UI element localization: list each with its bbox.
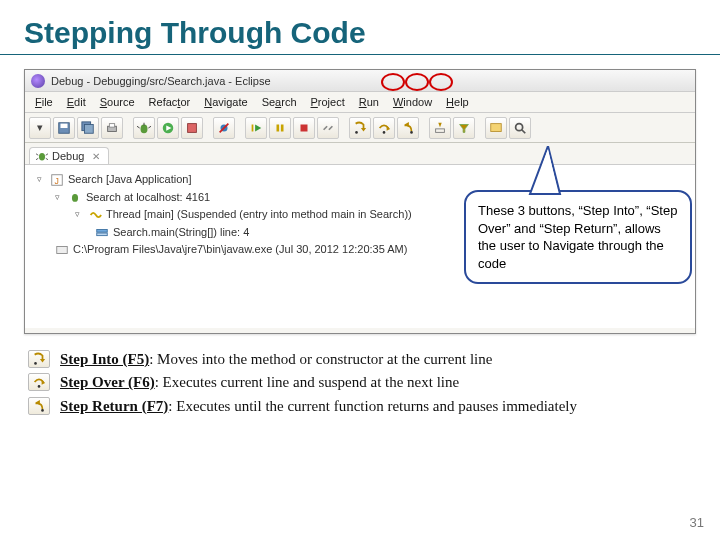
svg-rect-18 bbox=[281, 124, 284, 131]
svg-point-23 bbox=[383, 131, 386, 134]
process-icon bbox=[55, 243, 69, 257]
debug-button[interactable] bbox=[133, 117, 155, 139]
menu-search[interactable]: Search bbox=[256, 94, 303, 110]
skip-breakpoints-button[interactable] bbox=[213, 117, 235, 139]
menu-edit[interactable]: Edit bbox=[61, 94, 92, 110]
eclipse-icon bbox=[31, 74, 45, 88]
svg-point-6 bbox=[141, 124, 148, 133]
debug-tab[interactable]: Debug ✕ bbox=[29, 147, 109, 164]
svg-line-30 bbox=[522, 129, 526, 133]
svg-rect-12 bbox=[188, 123, 197, 132]
svg-rect-26 bbox=[436, 128, 445, 132]
view-tabs: Debug ✕ bbox=[25, 143, 695, 165]
svg-rect-28 bbox=[491, 123, 502, 131]
svg-rect-5 bbox=[109, 123, 114, 127]
menu-refactor[interactable]: Refactor bbox=[143, 94, 197, 110]
annotation-circle bbox=[429, 73, 453, 91]
terminate-button[interactable] bbox=[293, 117, 315, 139]
disconnect-button[interactable] bbox=[317, 117, 339, 139]
step-over-icon bbox=[28, 373, 50, 391]
legend: Step Into (F5): Moves into the method or… bbox=[28, 348, 692, 418]
svg-rect-15 bbox=[252, 124, 254, 131]
annotation-circle bbox=[381, 73, 405, 91]
menu-source[interactable]: Source bbox=[94, 94, 141, 110]
callout-bubble: These 3 buttons, “Step Into”, “Step Over… bbox=[464, 190, 692, 284]
run-button[interactable] bbox=[157, 117, 179, 139]
menubar[interactable]: File Edit Source Refactor Navigate Searc… bbox=[25, 92, 695, 113]
svg-line-9 bbox=[148, 126, 151, 128]
window-titlebar: Debug - Debugging/src/Search.java - Ecli… bbox=[25, 70, 695, 92]
svg-point-45 bbox=[34, 362, 37, 365]
svg-point-49 bbox=[41, 409, 44, 412]
suspend-button[interactable] bbox=[269, 117, 291, 139]
svg-point-25 bbox=[410, 131, 413, 134]
step-return-icon bbox=[28, 397, 50, 415]
java-app-icon: J bbox=[50, 173, 64, 187]
print-button[interactable] bbox=[101, 117, 123, 139]
step-return-button[interactable] bbox=[397, 117, 419, 139]
annotation-circle bbox=[405, 73, 429, 91]
new-button[interactable]: ▾ bbox=[29, 117, 51, 139]
save-button[interactable] bbox=[53, 117, 75, 139]
save-all-button[interactable] bbox=[77, 117, 99, 139]
svg-rect-3 bbox=[85, 124, 94, 133]
menu-file[interactable]: File bbox=[29, 94, 59, 110]
close-icon[interactable]: ✕ bbox=[92, 151, 100, 162]
svg-point-47 bbox=[38, 385, 41, 388]
legend-step-into: Step Into (F5): Moves into the method or… bbox=[28, 348, 692, 371]
page-title: Stepping Through Code bbox=[0, 0, 720, 55]
svg-rect-39 bbox=[97, 229, 108, 232]
svg-rect-19 bbox=[301, 124, 308, 131]
thread-icon bbox=[88, 208, 102, 222]
svg-line-33 bbox=[46, 154, 48, 156]
svg-marker-16 bbox=[255, 124, 261, 131]
svg-line-35 bbox=[46, 158, 48, 160]
resume-button[interactable] bbox=[245, 117, 267, 139]
toolbar: ▾ bbox=[25, 113, 695, 143]
stackframe-icon bbox=[95, 226, 109, 240]
svg-point-31 bbox=[39, 153, 45, 161]
svg-text:J: J bbox=[54, 175, 58, 185]
step-over-button[interactable] bbox=[373, 117, 395, 139]
legend-step-return: Step Return (F7): Executes until the cur… bbox=[28, 395, 692, 418]
step-filters-button[interactable] bbox=[453, 117, 475, 139]
search-button[interactable] bbox=[509, 117, 531, 139]
svg-marker-48 bbox=[36, 399, 40, 404]
svg-marker-20 bbox=[361, 128, 366, 132]
svg-rect-17 bbox=[277, 124, 280, 131]
page-number: 31 bbox=[690, 515, 704, 530]
svg-marker-44 bbox=[40, 359, 45, 363]
window-title: Debug - Debugging/src/Search.java - Ecli… bbox=[51, 75, 271, 87]
bug-icon bbox=[36, 150, 48, 162]
menu-window[interactable]: Window bbox=[387, 94, 438, 110]
svg-marker-46 bbox=[42, 380, 46, 385]
svg-rect-40 bbox=[97, 233, 108, 236]
legend-step-over: Step Over (F6): Executes current line an… bbox=[28, 371, 692, 394]
svg-point-29 bbox=[516, 123, 523, 130]
menu-run[interactable]: Run bbox=[353, 94, 385, 110]
menu-help[interactable]: Help bbox=[440, 94, 475, 110]
svg-line-32 bbox=[36, 154, 38, 156]
menu-project[interactable]: Project bbox=[305, 94, 351, 110]
svg-marker-27 bbox=[438, 122, 442, 126]
drop-to-frame-button[interactable] bbox=[429, 117, 451, 139]
svg-point-21 bbox=[355, 131, 358, 134]
open-type-button[interactable] bbox=[485, 117, 507, 139]
svg-point-38 bbox=[72, 194, 78, 202]
step-into-button[interactable] bbox=[349, 117, 371, 139]
callout-text: These 3 buttons, “Step Into”, “Step Over… bbox=[478, 203, 677, 271]
ext-tools-button[interactable] bbox=[181, 117, 203, 139]
svg-marker-24 bbox=[405, 121, 409, 126]
debug-tab-label: Debug bbox=[52, 150, 84, 162]
step-into-icon bbox=[28, 350, 50, 368]
svg-marker-22 bbox=[387, 125, 391, 130]
svg-line-34 bbox=[36, 158, 38, 160]
tree-app[interactable]: ▿JSearch [Java Application] bbox=[33, 171, 691, 189]
svg-line-8 bbox=[137, 126, 140, 128]
svg-rect-1 bbox=[61, 123, 68, 127]
debug-target-icon bbox=[68, 190, 82, 204]
svg-rect-41 bbox=[57, 247, 68, 254]
menu-navigate[interactable]: Navigate bbox=[198, 94, 253, 110]
